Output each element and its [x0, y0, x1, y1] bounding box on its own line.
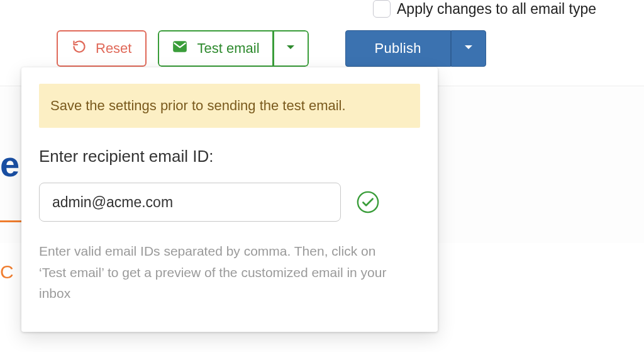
reset-button[interactable]: Reset — [57, 30, 147, 67]
publish-button[interactable]: Publish — [345, 30, 451, 67]
test-email-button[interactable]: Test email — [158, 30, 273, 67]
recipient-email-input[interactable] — [39, 183, 341, 222]
test-email-dropdown-toggle[interactable] — [274, 30, 309, 67]
svg-point-1 — [358, 192, 378, 212]
reset-button-label: Reset — [96, 40, 131, 57]
publish-split-button: Publish — [345, 30, 486, 67]
apply-all-label: Apply changes to all email type — [397, 1, 596, 18]
check-circle-icon — [356, 190, 380, 214]
test-email-button-label: Test email — [197, 40, 259, 57]
recipient-prompt: Enter recipient email ID: — [39, 147, 420, 166]
chevron-down-icon — [464, 42, 474, 55]
publish-button-label: Publish — [375, 40, 421, 57]
reset-icon — [72, 39, 87, 58]
toolbar: Reset Test email Publish — [57, 30, 486, 67]
apply-all-checkbox[interactable] — [373, 0, 391, 18]
envelope-icon — [172, 38, 188, 59]
recipient-hint: Enter valid email IDs separated by comma… — [39, 241, 391, 304]
recipient-field-row — [39, 183, 420, 222]
warning-banner: Save the settings prior to sending the t… — [39, 84, 420, 128]
background-text-fragment: C — [0, 261, 14, 283]
test-email-split-button: Test email — [158, 30, 308, 67]
test-email-popover: Save the settings prior to sending the t… — [21, 67, 438, 332]
apply-all-row: Apply changes to all email type — [373, 0, 596, 18]
publish-dropdown-toggle[interactable] — [451, 30, 486, 67]
chevron-down-icon — [286, 42, 296, 55]
